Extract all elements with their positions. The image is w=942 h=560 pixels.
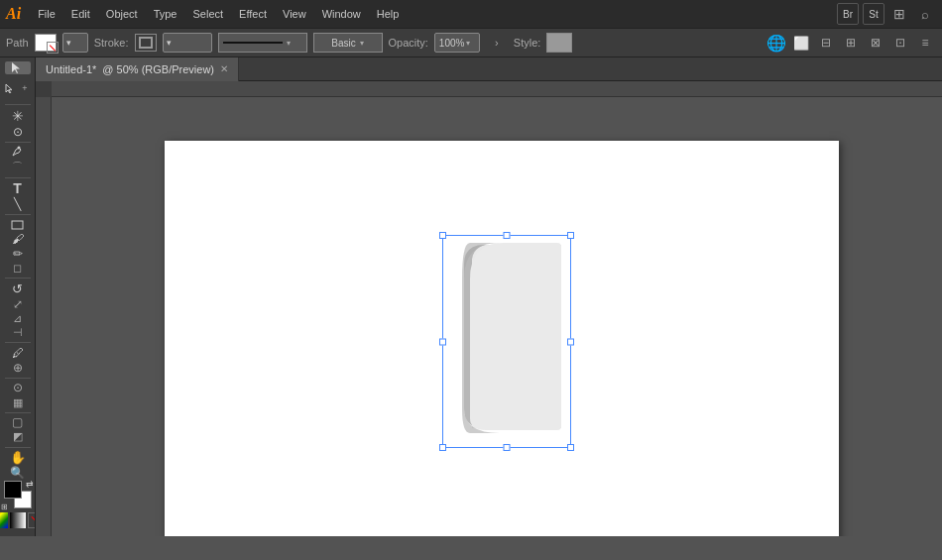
lasso-tool[interactable]: ⊙ [5, 125, 31, 139]
canvas-viewport[interactable] [36, 81, 942, 536]
pen-tool[interactable] [5, 145, 31, 158]
more-options-icon[interactable]: ≡ [914, 32, 936, 54]
stroke-label: Stroke: [94, 37, 129, 49]
line-tool[interactable]: ╲ [5, 197, 31, 211]
pencil-tool[interactable]: ✏ [5, 247, 31, 261]
curvature-tool[interactable]: ⌒ [5, 160, 31, 174]
svg-point-2 [18, 147, 21, 150]
stroke-color-box[interactable] [135, 34, 157, 52]
align-icon[interactable]: ⊟ [815, 32, 837, 54]
swap-colors-icon[interactable]: ⇄ [26, 479, 34, 489]
toolbar: + ✳ ⊙ ⌒ T ╲ 🖌 ✏ ◻ ↺ ⤢ ⊿ ⊣ 🖊 ⊕ ⊙ ▦ ▢ ◩ [0, 57, 36, 536]
workspace-icon[interactable]: ⊞ [888, 3, 910, 25]
artboard-tool[interactable]: ▢ [5, 415, 31, 429]
menu-file[interactable]: File [31, 6, 62, 22]
menu-bar: Ai File Edit Object Type Select Effect V… [0, 0, 942, 28]
path-label: Path [6, 37, 29, 49]
ruler-vertical [36, 97, 52, 536]
tab-close-btn[interactable]: ✕ [220, 63, 228, 74]
tool-divider-3 [5, 177, 31, 178]
rectangle-tool[interactable] [5, 218, 31, 231]
tab-title: Untitled-1* [46, 63, 96, 75]
warp-tool[interactable]: ⊿ [5, 312, 31, 325]
stroke-style-dropdown[interactable]: ▾ [218, 33, 307, 53]
menu-object[interactable]: Object [99, 6, 145, 22]
scale-tool[interactable]: ⤢ [5, 297, 31, 311]
zoom-tool[interactable]: 🔍 [5, 466, 31, 480]
menu-type[interactable]: Type [147, 6, 184, 22]
color-mode-btn[interactable] [0, 512, 8, 528]
column-graph-tool[interactable]: ▦ [5, 395, 31, 408]
default-colors-icon[interactable]: ⊞ [1, 503, 8, 511]
svg-marker-1 [6, 84, 12, 93]
menu-select[interactable]: Select [185, 6, 230, 22]
direct-selection-tool[interactable] [4, 75, 17, 101]
group-selection-tool[interactable]: + [19, 75, 32, 101]
color-area: ⇄ ⊞ [0, 481, 36, 532]
type-tool[interactable]: T [5, 180, 31, 196]
eyedropper-tool[interactable]: 🖊 [5, 346, 31, 360]
tool-divider-6 [5, 342, 31, 343]
tab-subtitle: @ 50% (RGB/Preview) [102, 63, 214, 75]
top-right-icons: Br St ⊞ ⌕ [837, 3, 936, 25]
tool-divider-2 [5, 142, 31, 143]
stroke-profile-dropdown[interactable]: Basic ▾ [313, 33, 383, 53]
tool-divider-4 [5, 214, 31, 215]
rotate-tool[interactable]: ↺ [5, 281, 31, 296]
bridge-icon[interactable]: Br [837, 3, 859, 25]
main-layout: + ✳ ⊙ ⌒ T ╲ 🖌 ✏ ◻ ↺ ⤢ ⊿ ⊣ 🖊 ⊕ ⊙ ▦ ▢ ◩ [0, 57, 942, 536]
tool-divider-8 [5, 412, 31, 413]
stroke-width-dropdown[interactable]: ▾ [163, 33, 212, 53]
options-bar: Path ▾ Stroke: ▾ ▾ Basic ▾ Opacity: 100%… [0, 28, 942, 57]
gradient-mode-btn[interactable] [10, 512, 26, 528]
stroke-profile-label: Basic [331, 38, 355, 49]
width-tool[interactable]: ⊣ [5, 326, 31, 339]
svg-rect-3 [12, 221, 23, 229]
document-tab[interactable]: Untitled-1* @ 50% (RGB/Preview) ✕ [36, 57, 239, 81]
selection-tool[interactable] [5, 61, 31, 74]
distribute-icon[interactable]: ⊞ [840, 32, 862, 54]
app-logo: Ai [6, 5, 21, 23]
fill-swatch[interactable] [35, 34, 57, 52]
opacity-value[interactable]: 100% ▾ [434, 33, 480, 53]
foreground-color-swatch[interactable] [4, 481, 22, 499]
svg-marker-0 [12, 62, 20, 73]
menu-effect[interactable]: Effect [232, 6, 274, 22]
opacity-label: Opacity: [389, 37, 428, 49]
color-swatches: ⇄ ⊞ [4, 481, 32, 508]
menu-window[interactable]: Window [315, 6, 368, 22]
menu-help[interactable]: Help [370, 6, 407, 22]
slice-tool[interactable]: ◩ [5, 430, 31, 443]
style-swatch[interactable] [546, 33, 572, 53]
ruler-horizontal [52, 81, 942, 97]
ruler-corner [36, 81, 52, 97]
align-icons-row: 🌐 ⬜ ⊟ ⊞ ⊠ ⊡ ≡ [765, 32, 936, 54]
blend-tool[interactable]: ⊕ [5, 361, 31, 375]
stock-icon[interactable]: St [863, 3, 884, 25]
hand-tool[interactable]: ✋ [5, 450, 31, 465]
eraser-tool[interactable]: ◻ [5, 262, 31, 275]
tool-divider-1 [5, 104, 31, 105]
fill-type-dropdown[interactable]: ▾ [62, 33, 88, 53]
tool-divider-7 [5, 378, 31, 379]
canvas-area: Untitled-1* @ 50% (RGB/Preview) ✕ [36, 57, 942, 536]
search-icon[interactable]: ⌕ [914, 3, 936, 25]
transform-icon[interactable]: ⊡ [889, 32, 911, 54]
shape-svg [442, 235, 571, 448]
symbol-spray-tool[interactable]: ⊙ [5, 381, 31, 394]
tool-divider-9 [5, 447, 31, 448]
selected-shape[interactable] [442, 235, 571, 448]
menu-edit[interactable]: Edit [64, 6, 97, 22]
arrange-icon[interactable]: ⊠ [865, 32, 886, 54]
paintbrush-tool[interactable]: 🖌 [5, 232, 31, 246]
none-mode-btn[interactable] [28, 512, 37, 528]
style-label: Style: [514, 37, 541, 49]
tab-bar: Untitled-1* @ 50% (RGB/Preview) ✕ [36, 57, 942, 81]
tool-divider-5 [5, 278, 31, 279]
opacity-expand-btn[interactable]: › [486, 32, 508, 54]
magic-wand-tool[interactable]: ✳ [5, 108, 31, 124]
menu-view[interactable]: View [276, 6, 313, 22]
web-globe-icon[interactable]: 🌐 [765, 32, 787, 54]
artboard-icon[interactable]: ⬜ [790, 32, 812, 54]
